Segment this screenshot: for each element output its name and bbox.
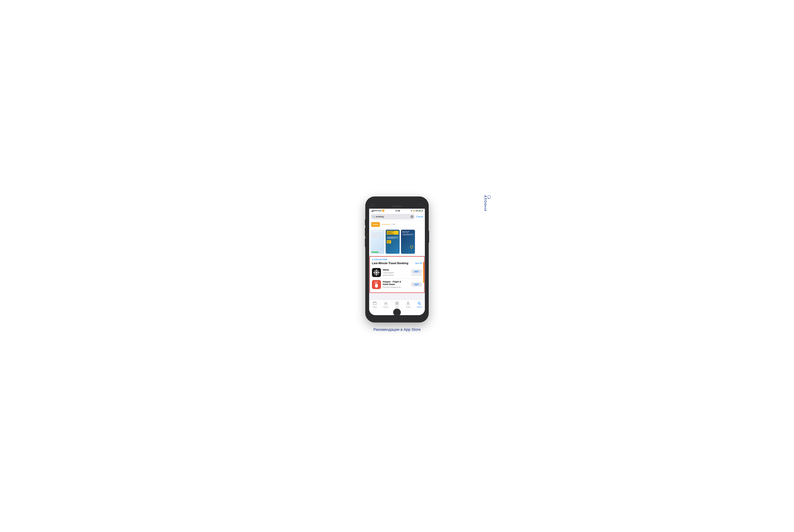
- svg-rect-21: [373, 302, 376, 305]
- hopper-get-button[interactable]: GET: [411, 282, 422, 287]
- phone-device: MTS RUS 📶 17:38 ▷ 🔒 44%: [366, 197, 428, 322]
- earpiece-speaker: [392, 206, 402, 207]
- status-bar: MTS RUS 📶 17:38 ▷ 🔒 44%: [369, 209, 425, 213]
- screen-content: Expedia ★★★★★ 1.5M: [369, 221, 425, 309]
- tab-arcade[interactable]: Arcade: [404, 301, 412, 308]
- svg-rect-29: [395, 304, 397, 305]
- arcade-tab-label: Arcade: [406, 306, 411, 308]
- search-bar-row: 🔍 booking ✕ Cancel: [369, 213, 425, 221]
- today-tab-label: Today: [373, 306, 377, 308]
- svg-point-26: [386, 302, 386, 302]
- page-caption: Рекомендации в App Store: [373, 327, 421, 332]
- battery-percent-label: 44%: [416, 210, 419, 212]
- screenshot-3: Explore your nextvacation rental!: [401, 230, 415, 254]
- orange-indicator: [423, 262, 424, 283]
- watermark-text: ASOdesk: [484, 195, 487, 211]
- expedia-logo: Expedia: [371, 222, 380, 227]
- home-button[interactable]: [393, 308, 401, 315]
- location-icon: ▷: [411, 210, 412, 212]
- games-tab-label: Games: [383, 306, 388, 308]
- screenshot-1: [370, 230, 385, 254]
- collection-header: ⊞ COLLECTION: [372, 259, 422, 261]
- screenshots-section: Important travel advisoriesand trip upda…: [369, 228, 425, 256]
- asodesk-logo-icon: S: [487, 195, 491, 199]
- search-query-value: booking: [376, 215, 410, 218]
- phone-top-hardware: [369, 204, 425, 209]
- signal-bars-icon: [371, 210, 373, 212]
- tab-games[interactable]: Games: [382, 301, 390, 308]
- svg-rect-28: [397, 302, 399, 303]
- hitlist-snowflake-svg: [372, 268, 381, 277]
- svg-rect-30: [397, 304, 399, 305]
- status-right: ▷ 🔒 44%: [411, 210, 423, 212]
- rating-count: 1.5M: [391, 224, 395, 225]
- hopper-app-sub: Find the cheapest pri...: [383, 286, 409, 288]
- hitlist-get-button-wrap: GET In-App Purchases: [411, 269, 422, 276]
- page-container: S ASOdesk: [298, 190, 496, 342]
- hitlist-app-info: Hitlist Cheap flights, airline tickets: [383, 268, 409, 277]
- collection-title-row: Last-Minute Travel Booking See All: [372, 262, 422, 265]
- list-item: Hopper - Flight & Hotel Deals Find the c…: [372, 279, 422, 290]
- hopper-get-button-wrap: GET: [411, 282, 422, 287]
- volume-up-button: [365, 228, 366, 236]
- hopper-app-icon: [372, 280, 381, 289]
- collection-title: Last-Minute Travel Booking: [372, 262, 408, 265]
- hitlist-app-name: Hitlist: [383, 268, 409, 271]
- status-left: MTS RUS 📶: [371, 210, 385, 212]
- wifi-icon: 📶: [382, 210, 385, 212]
- search-icon: 🔍: [372, 215, 375, 218]
- home-indicator-area: [369, 309, 425, 315]
- search-cancel-button[interactable]: Cancel: [416, 215, 423, 218]
- tab-search[interactable]: Search: [415, 301, 424, 308]
- carrier-label: MTS RUS: [374, 210, 382, 212]
- svg-line-33: [420, 304, 421, 305]
- svg-rect-27: [395, 302, 397, 303]
- content-spacer: [369, 293, 425, 300]
- hitlist-app-sub: Cheap flights, airline tickets: [383, 271, 409, 277]
- collection-section: ⊞ COLLECTION Last-Minute Travel Booking …: [369, 256, 425, 293]
- today-tab-icon: [373, 301, 376, 306]
- tab-today[interactable]: Today: [370, 301, 379, 308]
- apps-tab-icon: [395, 301, 399, 306]
- list-item: Hitlist Cheap flights, airline tickets G…: [372, 267, 422, 279]
- expedia-rating: ★★★★★ 1.5M: [382, 223, 395, 226]
- power-button: [428, 231, 429, 243]
- screenshot-2: Important travel advisoriesand trip upda…: [386, 230, 400, 254]
- lock-icon: 🔒: [413, 210, 415, 212]
- hopper-app-info: Hopper - Flight & Hotel Deals Find the c…: [383, 280, 409, 288]
- front-camera: [372, 206, 373, 207]
- hopper-rabbit-svg: [372, 280, 381, 289]
- search-tab-label: Search: [417, 306, 422, 308]
- search-clear-button[interactable]: ✕: [411, 215, 413, 218]
- search-input-box[interactable]: 🔍 booking ✕: [371, 214, 415, 220]
- games-tab-icon: [384, 301, 388, 306]
- hitlist-get-button[interactable]: GET: [411, 269, 422, 274]
- search-tab-icon: [418, 301, 421, 306]
- svg-point-25: [385, 303, 387, 305]
- svg-point-31: [408, 302, 408, 302]
- apps-tab-label: Apps: [395, 306, 399, 308]
- stars-icon: ★★★★★: [382, 223, 390, 226]
- svg-text:S: S: [487, 198, 489, 199]
- hitlist-app-icon: [372, 268, 381, 277]
- svg-point-16: [375, 284, 378, 288]
- status-time: 17:38: [395, 210, 400, 212]
- battery-icon: [419, 210, 423, 212]
- collection-icon: ⊞: [372, 259, 373, 261]
- hitlist-in-app-label: In-App Purchases: [411, 274, 422, 276]
- watermark: S ASOdesk: [483, 195, 491, 211]
- phone-screen: MTS RUS 📶 17:38 ▷ 🔒 44%: [369, 204, 425, 315]
- collection-label: COLLECTION: [374, 259, 387, 261]
- see-all-link[interactable]: See All: [415, 262, 422, 265]
- collection-badge: ⊞ COLLECTION: [372, 259, 387, 261]
- hopper-app-name: Hopper - Flight & Hotel Deals: [383, 280, 409, 286]
- volume-down-button: [365, 238, 366, 247]
- tab-bar: Today Games: [369, 300, 425, 309]
- expedia-section: Expedia ★★★★★ 1.5M: [369, 221, 425, 228]
- tab-apps[interactable]: Apps: [393, 301, 401, 308]
- arcade-tab-icon: [406, 301, 410, 306]
